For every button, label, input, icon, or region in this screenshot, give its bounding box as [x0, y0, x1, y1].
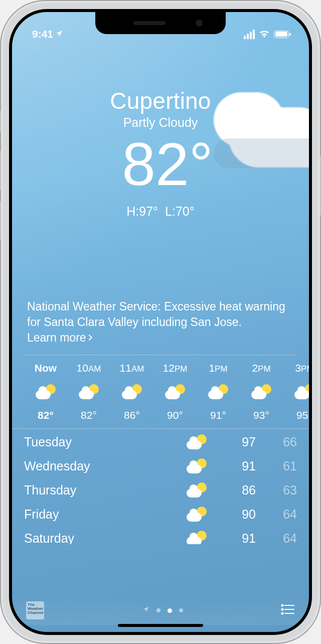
day-high: 91 — [212, 459, 262, 473]
chevron-right-icon — [87, 331, 93, 345]
low-temp: L:70° — [165, 204, 195, 218]
partly-cloudy-icon — [251, 384, 271, 399]
hourly-item: 1PM91° — [197, 362, 240, 421]
day-low: 61 — [262, 459, 297, 473]
hour-label: 11AM — [120, 362, 144, 374]
hour-label: 1PM — [209, 362, 227, 374]
hour-temp: 90° — [167, 409, 183, 421]
current-temperature: 82° — [12, 134, 309, 194]
hour-temp: 93° — [253, 409, 269, 421]
page-indicator[interactable] — [142, 606, 183, 615]
day-high: 91 — [212, 531, 262, 545]
partly-cloudy-icon — [187, 458, 207, 473]
current-weather-hero: Cupertino Partly Cloudy 82° H:97° L:70° — [12, 42, 309, 219]
hourly-item: 2PM93° — [240, 362, 283, 421]
day-low: 63 — [262, 483, 297, 498]
hour-label: Now — [35, 362, 57, 374]
partly-cloudy-icon — [79, 384, 99, 399]
hourly-forecast[interactable]: Now82°10AM82°11AM86°12PM90°1PM91°2PM93°3… — [12, 355, 309, 429]
svg-point-0 — [281, 604, 283, 606]
page-dot[interactable] — [168, 608, 172, 613]
day-high: 90 — [212, 507, 262, 522]
hourly-item: 11AM86° — [110, 362, 153, 421]
daily-row: Friday9064 — [24, 502, 297, 526]
hour-temp: 82° — [38, 409, 54, 421]
daily-row: Saturday9164 — [24, 526, 297, 544]
iphone-frame: 9:41 Cupertino Partly Cloudy — [0, 0, 321, 644]
hour-label: 12PM — [163, 362, 188, 374]
svg-point-2 — [281, 608, 283, 610]
hour-temp: 82° — [81, 409, 97, 421]
partly-cloudy-icon — [122, 384, 142, 399]
day-low: 64 — [262, 531, 297, 545]
hour-label: 3PM — [295, 362, 309, 374]
weather-alert[interactable]: National Weather Service: Excessive heat… — [24, 299, 297, 355]
svg-point-4 — [281, 612, 283, 614]
hourly-item: 12PM90° — [153, 362, 197, 421]
partly-cloudy-icon — [294, 384, 309, 399]
hourly-item: Now82° — [24, 362, 67, 421]
partly-cloudy-icon — [187, 507, 207, 522]
hourly-item: 10AM82° — [67, 362, 110, 421]
daily-forecast[interactable]: Tuesday9766Wednesday9161Thursday8663Frid… — [24, 430, 297, 544]
page-dot[interactable] — [179, 608, 183, 612]
partly-cloudy-icon — [165, 384, 185, 399]
hourly-item: 3PM95° — [283, 362, 309, 421]
day-high: 86 — [212, 483, 262, 498]
day-low: 66 — [262, 435, 297, 449]
hour-label: 10AM — [77, 362, 101, 374]
location-list-button[interactable] — [281, 603, 295, 617]
day-name: Saturday — [24, 531, 182, 545]
city-name: Cupertino — [12, 87, 309, 114]
day-name: Tuesday — [24, 435, 182, 449]
location-arrow-icon — [142, 606, 149, 615]
weather-channel-logo[interactable]: TheWeatherChannel — [26, 601, 44, 619]
day-name: Wednesday — [24, 459, 182, 473]
daily-row: Thursday8663 — [24, 478, 297, 502]
app-footer: TheWeatherChannel — [12, 596, 309, 625]
day-name: Friday — [24, 507, 182, 522]
high-temp: H:97° — [126, 204, 158, 218]
daily-row: Wednesday9161 — [24, 454, 297, 478]
hour-temp: 86° — [124, 409, 140, 421]
condition-text: Partly Cloudy — [12, 115, 309, 130]
high-low-temps: H:97° L:70° — [12, 204, 309, 219]
partly-cloudy-icon — [187, 434, 207, 449]
silent-switch — [0, 110, 1, 132]
hour-label: 2PM — [252, 362, 270, 374]
day-high: 97 — [212, 435, 262, 449]
alert-text: National Weather Service: Excessive heat… — [27, 300, 285, 329]
weather-app-screen: 9:41 Cupertino Partly Cloudy — [12, 12, 309, 632]
volume-up-button — [0, 150, 1, 191]
learn-more-link[interactable]: Learn more — [27, 330, 86, 346]
hour-temp: 91° — [210, 409, 226, 421]
volume-down-button — [0, 201, 1, 241]
day-name: Thursday — [24, 483, 182, 498]
page-dot[interactable] — [156, 608, 160, 612]
daily-row: Tuesday9766 — [24, 430, 297, 454]
home-indicator[interactable] — [118, 624, 203, 627]
partly-cloudy-icon — [187, 531, 207, 544]
day-low: 64 — [262, 507, 297, 522]
partly-cloudy-icon — [208, 384, 228, 399]
partly-cloudy-icon — [187, 482, 207, 498]
hour-temp: 95° — [296, 409, 309, 421]
partly-cloudy-icon — [36, 384, 56, 399]
